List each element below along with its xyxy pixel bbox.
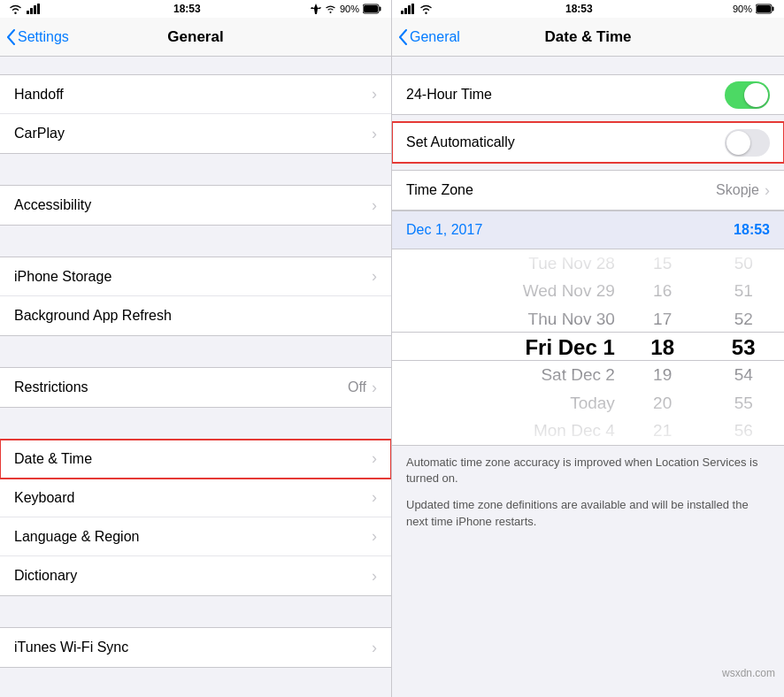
- dictionary-chevron: ›: [372, 567, 377, 586]
- right-battery-pct: 90%: [733, 4, 752, 14]
- picker-hour-column[interactable]: 15 16 17 18 19 20 21: [622, 249, 703, 445]
- svg-rect-13: [757, 5, 771, 12]
- picker-hour-item-4: 19: [653, 361, 672, 389]
- set-automatically-label: Set Automatically: [406, 134, 725, 150]
- row-handoff[interactable]: Handoff ›: [0, 75, 391, 114]
- group-timezone: Time Zone Skopje ›: [392, 170, 784, 211]
- picker-day-item-6: Mon Dec 4: [534, 417, 615, 445]
- picker-hour-item-0: 15: [653, 249, 672, 278]
- right-wifi-icon: [419, 4, 433, 14]
- signal-icon: [27, 4, 41, 14]
- picker-day-item-4: Sat Dec 2: [541, 361, 614, 389]
- right-status-time: 18:53: [565, 3, 593, 15]
- selected-time: 18:53: [734, 222, 770, 238]
- row-dictionary[interactable]: Dictionary ›: [0, 556, 391, 595]
- battery-icon-right: [756, 4, 775, 14]
- right-status-left-icons: [401, 4, 433, 14]
- picker-min-item-6: 56: [734, 417, 753, 445]
- selected-datetime-row: Dec 1, 2017 18:53: [392, 211, 784, 249]
- picker-hour-item-selected: 18: [650, 333, 674, 362]
- row-background-refresh[interactable]: Background App Refresh: [0, 296, 391, 335]
- row-carplay[interactable]: CarPlay ›: [0, 114, 391, 153]
- svg-rect-9: [408, 5, 411, 14]
- svg-rect-1: [30, 8, 33, 14]
- date-time-chevron: ›: [372, 449, 377, 468]
- row-timezone[interactable]: Time Zone Skopje ›: [392, 171, 784, 210]
- left-status-bar: 18:53 90%: [0, 0, 392, 18]
- picker-wheel[interactable]: Tue Nov 28 Wed Nov 29 Thu Nov 30 Fri Dec…: [392, 249, 784, 446]
- left-panel: Settings General Handoff › CarPlay ›: [0, 18, 392, 697]
- right-back-label: General: [410, 29, 460, 45]
- group-24h: 24-Hour Time: [392, 74, 784, 115]
- right-status-bar: 18:53 90%: [392, 0, 784, 18]
- row-date-time[interactable]: Date & Time ›: [0, 440, 391, 479]
- accessibility-label: Accessibility: [14, 197, 372, 213]
- wifi-icon-right: [325, 4, 336, 13]
- keyboard-label: Keyboard: [14, 490, 372, 506]
- picker-hour-item-5: 20: [653, 389, 672, 417]
- restrictions-chevron: ›: [372, 379, 377, 397]
- right-signal-icon: [401, 4, 415, 14]
- picker-day-item-selected: Fri Dec 1: [525, 333, 614, 362]
- 24h-label: 24-Hour Time: [406, 87, 725, 103]
- left-status-right-icons: 90%: [311, 4, 382, 14]
- picker-min-item-5: 55: [734, 389, 753, 417]
- row-iphone-storage[interactable]: iPhone Storage ›: [0, 257, 391, 296]
- row-restrictions[interactable]: Restrictions Off ›: [0, 368, 391, 407]
- info-text-2: Updated time zone definitions are availa…: [392, 492, 784, 538]
- right-content: 24-Hour Time Set Automatically: [392, 57, 784, 697]
- keyboard-chevron: ›: [372, 488, 377, 507]
- iphone-storage-label: iPhone Storage: [14, 269, 372, 285]
- picker-day-column[interactable]: Tue Nov 28 Wed Nov 29 Thu Nov 30 Fri Dec…: [392, 249, 622, 445]
- picker-day-item-0: Tue Nov 28: [528, 249, 615, 278]
- picker-minute-column[interactable]: 50 51 52 53 54 55 56: [703, 249, 784, 445]
- right-back-chevron: [399, 29, 408, 45]
- group-restrictions: Restrictions Off ›: [0, 367, 391, 408]
- left-nav-bar: Settings General: [0, 18, 391, 57]
- group-accessibility: Accessibility ›: [0, 185, 391, 226]
- 24h-toggle[interactable]: [725, 81, 770, 109]
- svg-rect-12: [772, 7, 774, 11]
- left-status-time: 18:53: [173, 3, 201, 15]
- group-handoff-carplay: Handoff › CarPlay ›: [0, 74, 391, 154]
- row-accessibility[interactable]: Accessibility ›: [0, 186, 391, 225]
- itunes-wifi-label: iTunes Wi-Fi Sync: [14, 640, 372, 655]
- carplay-label: CarPlay: [14, 126, 372, 142]
- dictionary-label: Dictionary: [14, 568, 372, 584]
- picker-min-item-0: 50: [734, 249, 753, 278]
- row-language-region[interactable]: Language & Region ›: [0, 517, 391, 556]
- left-back-chevron: [7, 29, 16, 45]
- battery-icon-left: [363, 4, 382, 14]
- timezone-value: Skopje: [716, 182, 759, 198]
- group-date-keyboard: Date & Time › Keyboard › Language & Regi…: [0, 439, 391, 596]
- set-automatically-toggle[interactable]: [725, 129, 770, 157]
- language-region-label: Language & Region: [14, 529, 372, 545]
- svg-rect-0: [27, 11, 29, 14]
- picker-min-item-1: 51: [734, 278, 753, 306]
- airplane-icon: [311, 4, 321, 14]
- date-time-label: Date & Time: [14, 451, 372, 467]
- picker-day-item-1: Wed Nov 29: [523, 278, 615, 306]
- right-back-button[interactable]: General: [399, 29, 460, 45]
- picker-day-item-5: Today: [570, 389, 615, 417]
- row-set-automatically[interactable]: Set Automatically: [392, 123, 784, 162]
- svg-rect-8: [404, 8, 407, 14]
- language-region-chevron: ›: [372, 527, 377, 546]
- itunes-wifi-chevron: ›: [372, 639, 377, 657]
- wifi-icon: [9, 4, 22, 14]
- group-storage: iPhone Storage › Background App Refresh: [0, 257, 391, 336]
- watermark: wsxdn.com: [722, 667, 775, 679]
- group-set-automatically: Set Automatically: [392, 122, 784, 163]
- row-24h[interactable]: 24-Hour Time: [392, 75, 784, 114]
- row-keyboard[interactable]: Keyboard ›: [0, 479, 391, 517]
- right-status-right-icons: 90%: [733, 4, 775, 14]
- handoff-label: Handoff: [14, 87, 372, 103]
- background-refresh-label: Background App Refresh: [14, 308, 377, 324]
- timezone-label: Time Zone: [406, 182, 716, 198]
- left-back-label: Settings: [18, 29, 69, 45]
- picker-hour-item-6: 21: [653, 417, 672, 445]
- right-nav-bar: General Date & Time: [392, 18, 784, 57]
- left-back-button[interactable]: Settings: [7, 29, 69, 45]
- row-itunes-wifi[interactable]: iTunes Wi-Fi Sync ›: [0, 628, 391, 667]
- picker-day-item-2: Thu Nov 30: [528, 305, 615, 333]
